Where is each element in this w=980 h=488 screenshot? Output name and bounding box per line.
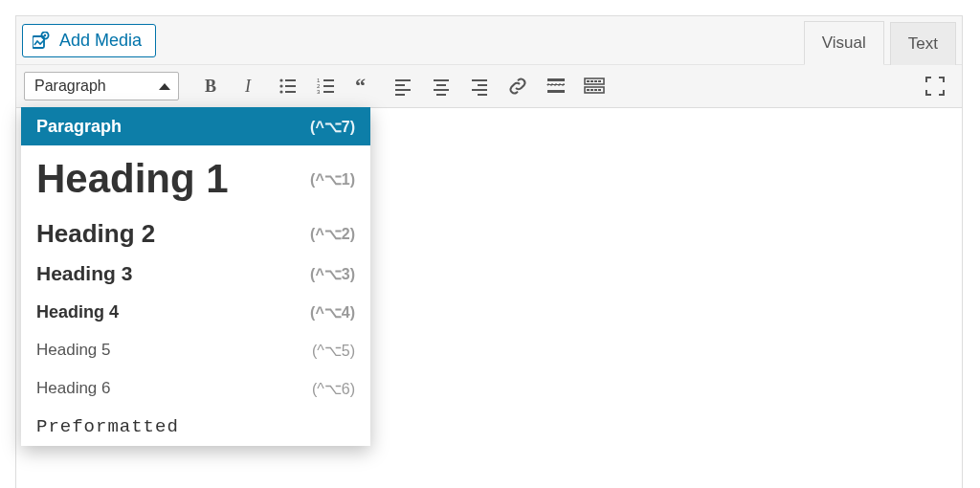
- format-option-label: Paragraph: [36, 117, 122, 137]
- format-option-paragraph[interactable]: Paragraph(^⌥7): [21, 107, 370, 145]
- bullet-list-icon: [278, 76, 299, 97]
- toolbar-toggle-button[interactable]: [576, 69, 612, 103]
- svg-rect-22: [434, 79, 449, 81]
- svg-point-7: [279, 84, 282, 87]
- svg-text:3: 3: [317, 89, 321, 95]
- bold-icon: B: [201, 76, 222, 97]
- italic-icon: I: [239, 76, 260, 97]
- read-more-icon: [546, 76, 567, 97]
- svg-point-5: [279, 78, 282, 81]
- svg-rect-36: [590, 80, 593, 82]
- editor-toolbar: Paragraph BI123“: [16, 65, 962, 108]
- bold-button[interactable]: B: [193, 69, 230, 103]
- align-left-button[interactable]: [385, 69, 421, 103]
- svg-rect-27: [478, 84, 487, 86]
- format-select-value: Paragraph: [34, 78, 106, 95]
- svg-rect-25: [436, 94, 446, 96]
- tab-visual-label: Visual: [822, 33, 866, 52]
- svg-rect-23: [436, 84, 446, 86]
- format-option-shortcut: (^⌥2): [310, 225, 355, 243]
- fullscreen-icon: [924, 76, 946, 97]
- svg-rect-35: [587, 80, 590, 82]
- svg-rect-24: [434, 89, 449, 91]
- link-button[interactable]: [500, 69, 536, 103]
- svg-point-9: [279, 90, 282, 93]
- svg-rect-19: [395, 84, 405, 86]
- blockquote-button[interactable]: “: [346, 69, 383, 103]
- format-option-h2[interactable]: Heading 2(^⌥2): [21, 212, 370, 255]
- svg-rect-30: [547, 78, 565, 81]
- format-option-h4[interactable]: Heading 4(^⌥4): [21, 293, 370, 331]
- format-option-shortcut: (^⌥5): [312, 342, 355, 360]
- format-option-h6[interactable]: Heading 6(^⌥6): [21, 369, 370, 408]
- media-icon: [33, 32, 52, 49]
- tab-text[interactable]: Text: [890, 22, 956, 65]
- tab-text-label: Text: [908, 34, 938, 53]
- caret-up-icon: [159, 83, 170, 90]
- italic-button[interactable]: I: [232, 69, 268, 103]
- svg-rect-18: [395, 79, 411, 81]
- svg-rect-40: [587, 89, 590, 91]
- editor-tabs: Visual Text: [798, 16, 956, 64]
- format-option-h1[interactable]: Heading 1(^⌥1): [21, 145, 370, 212]
- svg-rect-29: [478, 94, 487, 96]
- number-list-icon: 123: [316, 76, 337, 97]
- svg-rect-14: [323, 85, 334, 87]
- toolbar-toggle-icon: [583, 76, 606, 97]
- link-icon: [507, 76, 528, 97]
- format-option-label: Preformatted: [36, 416, 179, 437]
- align-left-icon: [392, 76, 413, 97]
- svg-point-2: [44, 34, 46, 36]
- format-option-label: Heading 2: [36, 219, 155, 249]
- svg-rect-12: [323, 79, 334, 81]
- svg-rect-20: [395, 89, 411, 91]
- add-media-label: Add Media: [59, 31, 142, 51]
- blockquote-icon: “: [354, 76, 375, 97]
- svg-rect-28: [472, 89, 487, 91]
- svg-rect-37: [594, 80, 597, 82]
- svg-rect-8: [285, 85, 296, 87]
- format-option-label: Heading 5: [36, 341, 111, 360]
- bullet-list-button[interactable]: [270, 69, 306, 103]
- svg-text:B: B: [205, 77, 216, 96]
- align-center-icon: [431, 76, 452, 97]
- format-option-pre[interactable]: Preformatted: [21, 408, 370, 446]
- svg-text:I: I: [244, 77, 252, 96]
- align-right-button[interactable]: [461, 69, 498, 103]
- tab-visual[interactable]: Visual: [804, 21, 884, 65]
- format-option-shortcut: (^⌥1): [310, 170, 355, 189]
- align-center-button[interactable]: [423, 69, 459, 103]
- format-option-label: Heading 4: [36, 302, 119, 322]
- format-option-label: Heading 3: [36, 262, 132, 285]
- format-select[interactable]: Paragraph: [24, 72, 179, 100]
- svg-rect-6: [285, 79, 296, 81]
- svg-rect-42: [594, 89, 597, 91]
- svg-text:“: “: [355, 76, 366, 97]
- format-dropdown: Paragraph(^⌥7)Heading 1(^⌥1)Heading 2(^⌥…: [21, 107, 370, 446]
- svg-rect-43: [598, 89, 601, 91]
- svg-rect-21: [395, 94, 405, 96]
- number-list-button[interactable]: 123: [308, 69, 345, 103]
- read-more-button[interactable]: [538, 69, 574, 103]
- format-option-shortcut: (^⌥6): [312, 380, 355, 398]
- svg-rect-33: [547, 90, 565, 93]
- svg-rect-41: [590, 89, 593, 91]
- format-option-h3[interactable]: Heading 3(^⌥3): [21, 255, 370, 293]
- svg-rect-38: [598, 80, 601, 82]
- format-option-label: Heading 6: [36, 379, 111, 398]
- format-option-h5[interactable]: Heading 5(^⌥5): [21, 331, 370, 369]
- format-option-shortcut: (^⌥7): [310, 118, 355, 136]
- add-media-button[interactable]: Add Media: [22, 24, 156, 57]
- format-option-shortcut: (^⌥4): [310, 303, 355, 322]
- editor-top-row: Add Media Visual Text: [16, 16, 962, 65]
- svg-rect-10: [285, 91, 296, 93]
- format-option-label: Heading 1: [36, 156, 229, 202]
- fullscreen-button[interactable]: [917, 69, 953, 103]
- svg-rect-26: [472, 79, 487, 81]
- align-right-icon: [469, 76, 490, 97]
- svg-rect-16: [323, 91, 334, 93]
- format-option-shortcut: (^⌥3): [310, 265, 355, 283]
